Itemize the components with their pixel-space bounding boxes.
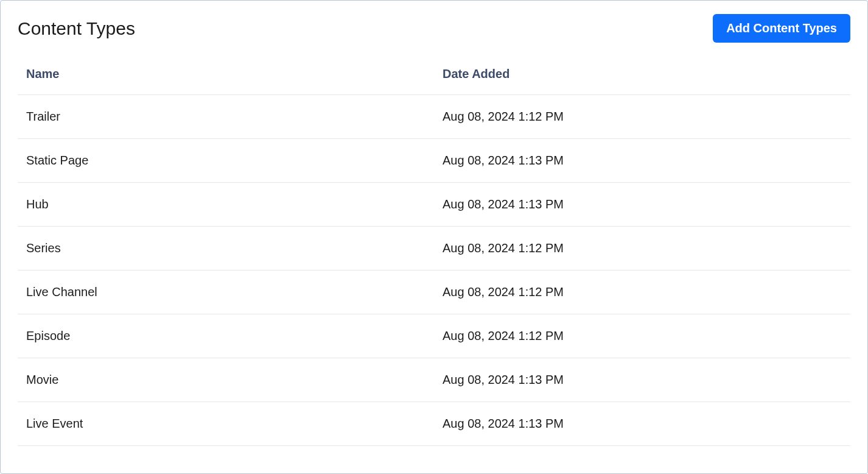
cell-name: Movie <box>18 358 434 402</box>
cell-date: Aug 08, 2024 1:13 PM <box>434 358 850 402</box>
content-types-panel: Content Types Add Content Types Name Dat… <box>0 0 868 474</box>
cell-name: Episode <box>18 314 434 358</box>
cell-name: Live Event <box>18 402 434 446</box>
cell-date: Aug 08, 2024 1:12 PM <box>434 227 850 271</box>
cell-name: Hub <box>18 183 434 227</box>
cell-date: Aug 08, 2024 1:13 PM <box>434 402 850 446</box>
table-row[interactable]: Hub Aug 08, 2024 1:13 PM <box>18 183 850 227</box>
table-row[interactable]: Static Page Aug 08, 2024 1:13 PM <box>18 139 850 183</box>
table-row[interactable]: Movie Aug 08, 2024 1:13 PM <box>18 358 850 402</box>
cell-name: Trailer <box>18 95 434 139</box>
table-row[interactable]: Live Channel Aug 08, 2024 1:12 PM <box>18 271 850 314</box>
table-row[interactable]: Trailer Aug 08, 2024 1:12 PM <box>18 95 850 139</box>
cell-date: Aug 08, 2024 1:12 PM <box>434 95 850 139</box>
add-content-types-button[interactable]: Add Content Types <box>713 14 850 43</box>
content-types-table: Name Date Added Trailer Aug 08, 2024 1:1… <box>18 67 850 446</box>
table-header-row: Name Date Added <box>18 67 850 95</box>
cell-date: Aug 08, 2024 1:12 PM <box>434 314 850 358</box>
page-title: Content Types <box>18 18 135 39</box>
table-row[interactable]: Series Aug 08, 2024 1:12 PM <box>18 227 850 271</box>
table-row[interactable]: Live Event Aug 08, 2024 1:13 PM <box>18 402 850 446</box>
panel-header: Content Types Add Content Types <box>18 14 850 43</box>
cell-name: Live Channel <box>18 271 434 314</box>
column-header-name[interactable]: Name <box>18 67 434 95</box>
cell-date: Aug 08, 2024 1:13 PM <box>434 139 850 183</box>
cell-name: Series <box>18 227 434 271</box>
table-row[interactable]: Episode Aug 08, 2024 1:12 PM <box>18 314 850 358</box>
column-header-date[interactable]: Date Added <box>434 67 850 95</box>
cell-date: Aug 08, 2024 1:13 PM <box>434 183 850 227</box>
cell-name: Static Page <box>18 139 434 183</box>
cell-date: Aug 08, 2024 1:12 PM <box>434 271 850 314</box>
